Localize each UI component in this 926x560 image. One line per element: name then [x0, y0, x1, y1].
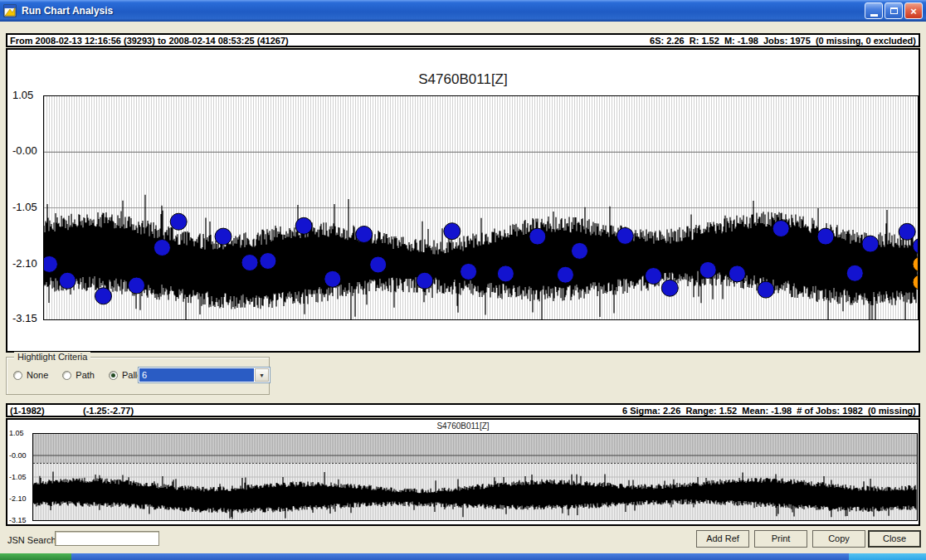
main-run-chart-plot — [43, 95, 919, 320]
radio-path-circle[interactable] — [62, 371, 71, 380]
mini-ytick-2: -1.05 — [9, 473, 27, 481]
highlight-criteria-group: Hightlight Criteria None Path Pallet 6 ▼ — [6, 357, 270, 395]
main-ytick-3: -2.10 — [12, 257, 37, 270]
job-range-text: (1-1982) — [10, 406, 83, 416]
main-chart-panel: S4760B011[Z] 1.05 -0.00 -1.05 -2.10 -3.1… — [6, 48, 920, 353]
main-ytick-2: -1.05 — [12, 201, 37, 213]
app-icon — [3, 4, 17, 17]
taskbar-sliver — [71, 553, 849, 560]
jsn-search-input[interactable] — [55, 531, 159, 546]
close-button[interactable]: Close — [868, 530, 921, 548]
pallet-select-value[interactable]: 6 — [139, 368, 254, 382]
overview-chart-title: S4760B011[Z] — [7, 421, 919, 431]
title-bar: Run Chart Analysis × — [0, 0, 926, 22]
main-chart-title: S4760B011[Z] — [7, 71, 919, 88]
restore-button[interactable] — [885, 2, 903, 19]
radio-none[interactable]: None — [13, 370, 48, 380]
main-stats-text: 6S: 2.26 R: 1.52 M: -1.98 Jobs: 1975 (0 … — [650, 36, 916, 46]
print-button[interactable]: Print — [754, 530, 807, 548]
close-window-button[interactable]: × — [904, 2, 923, 19]
main-run-chart — [44, 96, 918, 319]
overview-stats-text: 6 Sigma: 2.26 Range: 1.52 Mean: -1.98 # … — [622, 406, 916, 416]
window-title: Run Chart Analysis — [22, 5, 113, 17]
combo-dropdown-arrow-icon[interactable]: ▼ — [255, 368, 269, 382]
taskbar-start-sliver — [0, 553, 71, 560]
radio-none-label: None — [27, 370, 48, 380]
overview-run-chart-plot — [32, 433, 918, 521]
add-ref-button[interactable]: Add Ref — [696, 530, 749, 548]
radio-pallet-circle[interactable] — [109, 371, 118, 380]
taskbar-button-sliver — [849, 553, 926, 560]
highlight-criteria-label: Hightlight Criteria — [14, 352, 90, 362]
main-ytick-4: -3.15 — [12, 312, 37, 324]
overview-run-chart — [33, 434, 917, 520]
radio-none-circle[interactable] — [13, 371, 22, 380]
radio-path[interactable]: Path — [62, 370, 95, 380]
mini-ytick-4: -3.15 — [9, 516, 27, 524]
pallet-select[interactable]: 6 ▼ — [138, 367, 270, 383]
main-ytick-0: 1.05 — [12, 89, 33, 101]
minimize-button[interactable] — [865, 2, 883, 19]
date-range-text: From 2008-02-13 12:16:56 (39293) to 2008… — [10, 36, 289, 46]
app-window: Run Chart Analysis × From 2008-02-13 12:… — [0, 0, 926, 560]
mini-ytick-1: -0.00 — [9, 451, 27, 460]
jsn-search-label: JSN Search — [7, 535, 56, 545]
value-range-text: (-1.25:-2.77) — [83, 406, 134, 416]
overview-chart-panel: S4760B011[Z] 1.05 -0.00 -1.05 -2.10 -3.1… — [6, 418, 920, 526]
mini-ytick-0: 1.05 — [9, 429, 24, 437]
main-ytick-1: -0.00 — [12, 144, 37, 157]
radio-path-label: Path — [76, 370, 95, 380]
copy-button[interactable]: Copy — [812, 530, 865, 548]
overview-chart-header: (1-1982)(-1.25:-2.77) 6 Sigma: 2.26 Rang… — [6, 403, 920, 417]
main-chart-header: From 2008-02-13 12:16:56 (39293) to 2008… — [6, 33, 920, 47]
mini-ytick-3: -2.10 — [9, 494, 27, 503]
overview-left-text: (1-1982)(-1.25:-2.77) — [10, 406, 134, 416]
